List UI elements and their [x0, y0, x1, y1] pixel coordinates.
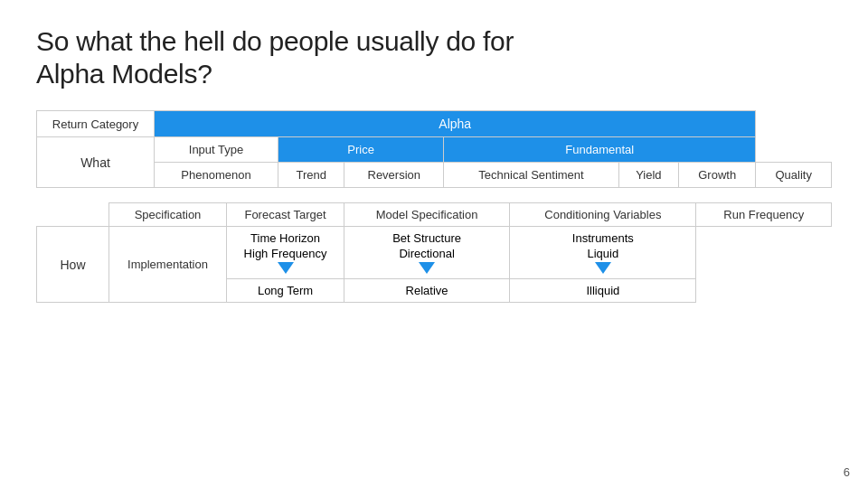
illiquid-cell: Illiquid: [510, 279, 696, 303]
quality-cell: Quality: [756, 163, 832, 188]
price-cell: Price: [278, 137, 444, 163]
implementation-cell: Implementation: [109, 227, 227, 303]
instruments-cell: Instruments Liquid: [510, 227, 696, 279]
forecast-target-cell: Forecast Target: [227, 203, 344, 227]
page-title: So what the hell do people usually do fo…: [36, 25, 832, 90]
model-specification-cell: Model Specification: [344, 203, 510, 227]
return-category-cell: Return Category: [37, 111, 155, 137]
specification-header-cell: Specification: [109, 203, 227, 227]
top-table: Return Category Alpha What Input Type Pr…: [36, 110, 832, 188]
technical-sentiment-cell: Technical Sentiment: [444, 163, 619, 188]
phenomenon-cell: Phenomenon: [155, 163, 278, 188]
bottom-table: Specification Forecast Target Model Spec…: [36, 202, 832, 303]
what-cell: What: [37, 137, 155, 188]
bet-structure-cell: Bet Structure Directional: [344, 227, 510, 279]
arrow-down-time: [278, 262, 294, 274]
relative-cell: Relative: [344, 279, 510, 303]
bet-structure-label: Bet Structure: [392, 231, 461, 245]
yield-cell: Yield: [618, 163, 678, 188]
run-frequency-cell: Run Frequency: [696, 203, 832, 227]
fundamental-cell: Fundamental: [444, 137, 756, 163]
tables-area: Return Category Alpha What Input Type Pr…: [36, 110, 832, 470]
instruments-label: Instruments: [572, 231, 634, 245]
directional-label: Directional: [399, 247, 454, 260]
trend-cell: Trend: [278, 163, 344, 188]
page-number: 6: [844, 465, 850, 479]
time-horizon-label: Time Horizon: [250, 231, 320, 245]
high-frequency-label: High Frequency: [244, 247, 327, 260]
long-term-cell: Long Term: [227, 279, 344, 303]
reversion-cell: Reversion: [344, 163, 444, 188]
liquid-label: Liquid: [587, 247, 618, 260]
input-type-cell: Input Type: [155, 137, 278, 163]
time-horizon-cell: Time Horizon High Frequency: [227, 227, 344, 279]
conditioning-variables-cell: Conditioning Variables: [510, 203, 696, 227]
growth-cell: Growth: [678, 163, 756, 188]
alpha-header-cell: Alpha: [155, 111, 756, 137]
how-cell: How: [37, 227, 109, 303]
arrow-down-bet: [419, 262, 435, 274]
arrow-down-instruments: [595, 262, 611, 274]
